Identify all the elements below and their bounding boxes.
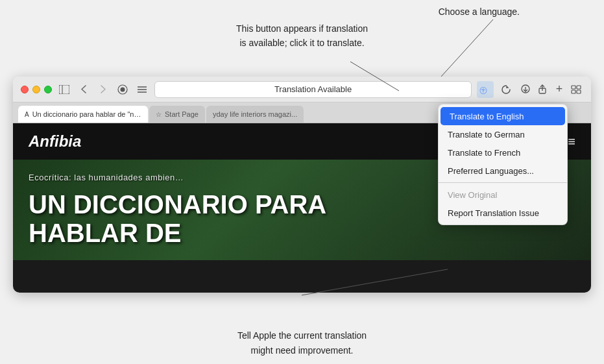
address-bar[interactable]: Translation Available bbox=[154, 81, 472, 98]
reader-list-button[interactable] bbox=[135, 82, 149, 97]
tab-label-magazine: yday life interiors magazi... bbox=[213, 110, 297, 118]
annotation-button-info: This button appears if translation is av… bbox=[0, 21, 604, 51]
menu-item-report-issue[interactable]: Report Translation Issue bbox=[439, 204, 567, 222]
annotation-top: Choose a language. This button appears i… bbox=[0, 5, 604, 51]
svg-text:㊉: ㊉ bbox=[479, 86, 487, 95]
svg-rect-3 bbox=[59, 85, 69, 94]
menu-divider bbox=[439, 182, 567, 183]
tab-favicon-article: A bbox=[25, 111, 29, 118]
annotation-choose-language: Choose a language. bbox=[0, 5, 520, 19]
reader-mode-button[interactable] bbox=[115, 82, 130, 97]
svg-point-6 bbox=[121, 87, 125, 91]
menu-item-translate-english[interactable]: Translate to English bbox=[441, 107, 565, 125]
new-tab-button[interactable]: + bbox=[552, 82, 566, 97]
share-button[interactable] bbox=[535, 82, 550, 97]
tab-article[interactable]: A Un diccionario para hablar de "natural… bbox=[18, 106, 148, 123]
menu-item-preferred-languages[interactable]: Preferred Languages... bbox=[439, 162, 567, 180]
refresh-button[interactable] bbox=[499, 82, 513, 97]
tab-start-page[interactable]: ☆ Start Page bbox=[149, 106, 205, 123]
hamburger-menu[interactable]: ≡ bbox=[568, 134, 575, 149]
svg-rect-16 bbox=[577, 86, 581, 89]
sidebar-toggle-button[interactable] bbox=[57, 82, 71, 97]
tab-magazine[interactable]: yday life interiors magazi... bbox=[206, 106, 304, 123]
toolbar-right: + bbox=[518, 82, 583, 97]
menu-item-translate-german[interactable]: Translate to German bbox=[439, 125, 567, 143]
annotation-bottom: Tell Apple the current translation might… bbox=[0, 328, 604, 358]
translate-dropdown: Translate to English Translate to German… bbox=[438, 104, 568, 225]
back-button[interactable] bbox=[77, 82, 91, 97]
menu-item-view-original: View Original bbox=[439, 186, 567, 204]
tab-favicon-start: ☆ bbox=[156, 111, 162, 118]
translate-button[interactable]: ㊉ bbox=[477, 81, 494, 98]
svg-rect-18 bbox=[577, 90, 581, 93]
download-button[interactable] bbox=[518, 82, 533, 97]
tabs-overview-button[interactable] bbox=[569, 82, 583, 97]
minimize-button[interactable] bbox=[32, 86, 40, 93]
site-logo: Anfibia bbox=[29, 132, 81, 151]
menu-item-translate-french[interactable]: Translate to French bbox=[439, 143, 567, 162]
tab-label-start: Start Page bbox=[165, 110, 199, 118]
svg-line-0 bbox=[441, 19, 493, 77]
forward-button[interactable] bbox=[96, 82, 110, 97]
close-button[interactable] bbox=[21, 86, 29, 93]
browser-window: Translation Available ㊉ bbox=[13, 77, 591, 293]
zoom-button[interactable] bbox=[44, 86, 52, 93]
address-bar-text: Translation Available bbox=[274, 84, 352, 94]
tab-label-article: Un diccionario para hablar de "naturalez… bbox=[32, 110, 141, 118]
svg-rect-15 bbox=[572, 86, 575, 89]
traffic-lights bbox=[21, 86, 52, 93]
title-bar: Translation Available ㊉ bbox=[13, 77, 591, 103]
svg-rect-17 bbox=[572, 90, 575, 93]
